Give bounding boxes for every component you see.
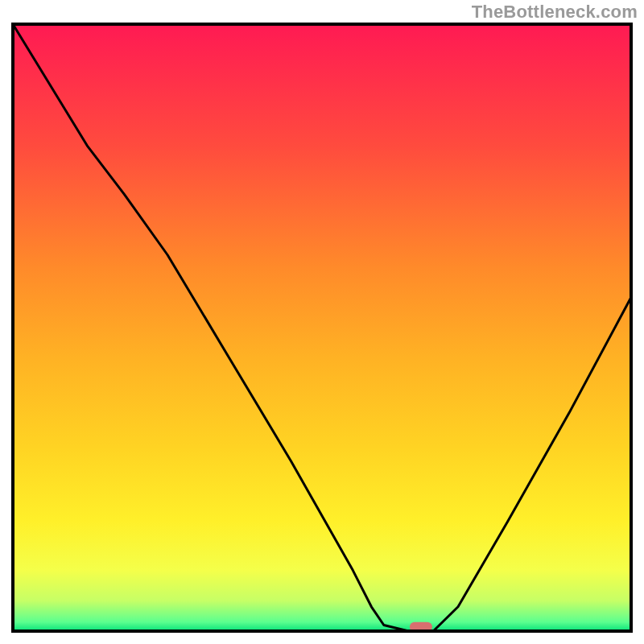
bottleneck-chart <box>0 0 644 644</box>
watermark-text: TheBottleneck.com <box>472 2 638 23</box>
chart-container: TheBottleneck.com <box>0 0 644 644</box>
gradient-background <box>13 24 631 631</box>
plot-area <box>13 24 631 632</box>
